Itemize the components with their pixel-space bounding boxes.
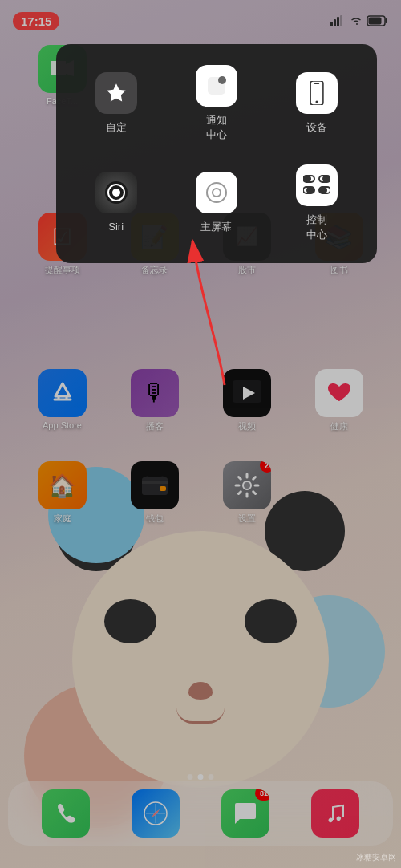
notification-center-label: 通知中心 [206, 113, 227, 142]
siri-icon-container [95, 172, 137, 213]
menu-item-control-center[interactable]: 控制中心 [270, 156, 364, 249]
home-screen-icon-container [196, 172, 237, 213]
control-center-icon [303, 174, 330, 197]
svg-point-15 [207, 183, 226, 202]
control-center-icon-container [296, 164, 338, 206]
star-icon [105, 82, 128, 104]
menu-item-notification-center[interactable]: 通知中心 [169, 57, 263, 150]
device-icon-container [296, 72, 338, 114]
home-screen-label: 主屏幕 [200, 220, 232, 234]
svg-point-14 [112, 189, 120, 197]
star-icon-container [95, 72, 137, 114]
svg-rect-20 [322, 176, 330, 182]
context-menu: 自定 通知中心 设备 Sir [56, 44, 377, 263]
notification-icon [205, 74, 229, 98]
watermark: 冰糖安卓网 [356, 852, 396, 863]
menu-item-siri[interactable]: Siri [69, 156, 163, 249]
svg-point-10 [316, 101, 318, 103]
svg-rect-24 [319, 187, 327, 193]
menu-item-customize[interactable]: 自定 [69, 57, 163, 150]
svg-rect-18 [303, 176, 311, 182]
home-screen-icon [205, 180, 229, 205]
customize-label: 自定 [106, 120, 127, 135]
svg-point-8 [218, 76, 226, 84]
svg-rect-11 [314, 83, 319, 84]
notification-icon-container [196, 65, 237, 107]
device-icon [307, 81, 326, 105]
menu-item-device[interactable]: 设备 [270, 57, 364, 150]
device-label: 设备 [306, 120, 327, 135]
siri-icon [103, 180, 129, 205]
control-center-label: 控制中心 [306, 213, 327, 241]
svg-rect-22 [306, 187, 314, 193]
siri-label: Siri [108, 220, 124, 234]
svg-point-16 [213, 189, 221, 197]
menu-item-home-screen[interactable]: 主屏幕 [169, 156, 263, 249]
